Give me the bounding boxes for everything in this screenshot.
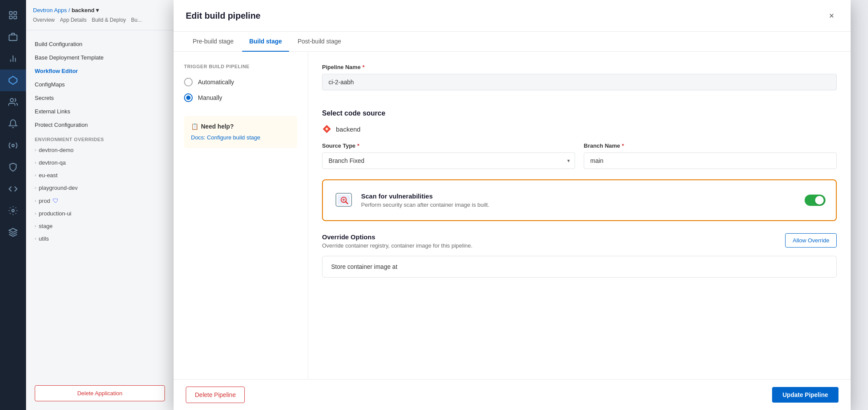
sidebar-icon-global-config[interactable] xyxy=(0,135,26,156)
env-item-utils[interactable]: › utils xyxy=(26,232,174,245)
repo-name-text: backend xyxy=(336,126,361,133)
sidebar-icon-code[interactable] xyxy=(0,178,26,200)
svg-rect-2 xyxy=(10,16,12,19)
chevron-icon: › xyxy=(35,236,36,241)
source-type-select[interactable]: Branch Fixed Branch Regex xyxy=(322,152,575,169)
sidebar-icon-security[interactable] xyxy=(0,156,26,178)
modal-body: TRIGGER BUILD PIPELINE Automatically Man… xyxy=(174,52,851,379)
source-type-field: Source Type * Branch Fixed Branch Regex … xyxy=(322,142,575,169)
svg-point-15 xyxy=(326,128,328,130)
svg-rect-0 xyxy=(10,12,12,14)
sidebar-icon-bulk[interactable] xyxy=(0,91,26,113)
radio-circle-manually[interactable] xyxy=(184,93,193,102)
help-title: 📋 Need help? xyxy=(191,123,290,130)
delete-app-button[interactable]: Delete Application xyxy=(35,385,165,401)
menu-build-configuration[interactable]: Build Configuration xyxy=(26,37,174,51)
repo-icon xyxy=(322,124,332,134)
menu-protect-configuration[interactable]: Protect Configuration xyxy=(26,118,174,132)
tab-post-build-stage[interactable]: Post-build stage xyxy=(291,32,348,52)
allow-override-button[interactable]: Allow Override xyxy=(785,233,837,248)
modal-header: Edit build pipeline × xyxy=(174,0,851,32)
radio-automatically[interactable]: Automatically xyxy=(184,78,297,86)
chevron-icon: › xyxy=(35,160,36,165)
store-container-box: Store container image at xyxy=(322,256,837,278)
branch-name-label: Branch Name * xyxy=(584,142,837,149)
env-overrides-section-label: ENVIRONMENT OVERRIDES xyxy=(26,132,174,144)
pipeline-name-input[interactable] xyxy=(322,74,837,90)
delete-pipeline-button[interactable]: Delete Pipeline xyxy=(186,387,245,403)
menu-secrets[interactable]: Secrets xyxy=(26,91,174,105)
scan-title: Scan for vulnerabilities xyxy=(361,192,798,200)
left-panel: Devtron Apps / backend ▾ Overview App De… xyxy=(26,0,174,410)
sidebar-icon-deploy[interactable] xyxy=(0,69,26,91)
help-link[interactable]: Docs: Configure build stage xyxy=(191,134,260,141)
override-options-header: Override Options Override container regi… xyxy=(322,233,837,249)
required-star-source: * xyxy=(357,142,359,149)
sidebar-icon-jobs[interactable] xyxy=(0,26,26,48)
tab-build-deploy[interactable]: Build & Deploy xyxy=(92,17,126,23)
menu-configmaps[interactable]: ConfigMaps xyxy=(26,78,174,91)
breadcrumb-link[interactable]: Devtron Apps / xyxy=(33,7,70,13)
svg-rect-3 xyxy=(14,16,16,19)
source-type-label: Source Type * xyxy=(322,142,575,149)
tab-build-stage[interactable]: Build stage xyxy=(242,32,289,52)
breadcrumb-current: backend xyxy=(72,7,95,13)
radio-dot-manually xyxy=(186,96,191,100)
modal-tabs: Pre-build stage Build stage Post-build s… xyxy=(174,32,851,52)
help-box: 📋 Need help? Docs: Configure build stage xyxy=(184,116,297,148)
tab-pre-build-stage[interactable]: Pre-build stage xyxy=(186,32,240,52)
env-label: stage xyxy=(39,223,53,229)
chevron-icon: › xyxy=(35,224,36,228)
env-label: production-ui xyxy=(39,210,71,217)
sidebar-icon-notifications[interactable] xyxy=(0,113,26,135)
radio-circle-automatically[interactable] xyxy=(184,78,193,86)
env-item-playground-dev[interactable]: › playground-dev xyxy=(26,182,174,194)
select-code-source-title: Select code source xyxy=(322,109,837,117)
tab-app-details[interactable]: App Details xyxy=(60,17,86,23)
env-item-production-ui[interactable]: › production-ui xyxy=(26,207,174,220)
sidebar-icon-charts[interactable] xyxy=(0,48,26,69)
menu-external-links[interactable]: External Links xyxy=(26,105,174,118)
chevron-icon: › xyxy=(35,148,36,152)
breadcrumb: Devtron Apps / backend ▾ xyxy=(33,7,167,13)
sidebar-icon-settings[interactable] xyxy=(0,200,26,222)
chevron-icon: › xyxy=(35,173,36,178)
branch-name-field: Branch Name * xyxy=(584,142,837,169)
pipeline-name-label: Pipeline Name * xyxy=(322,64,837,70)
left-nav-tabs: Overview App Details Build & Deploy Bu..… xyxy=(33,17,167,23)
branch-name-input[interactable] xyxy=(584,152,837,169)
chevron-icon: › xyxy=(35,185,36,190)
override-description: Override container registry, container i… xyxy=(322,242,473,249)
update-pipeline-button[interactable]: Update Pipeline xyxy=(772,387,838,403)
scan-icon xyxy=(333,189,354,212)
tab-bu[interactable]: Bu... xyxy=(131,17,142,23)
svg-point-10 xyxy=(12,144,14,147)
env-label: playground-dev xyxy=(39,185,78,191)
sidebar-icon-apps[interactable] xyxy=(0,4,26,26)
breadcrumb-dropdown-icon[interactable]: ▾ xyxy=(96,7,99,13)
tab-overview[interactable]: Overview xyxy=(33,17,55,23)
env-item-devtron-qa[interactable]: › devtron-qa xyxy=(26,156,174,169)
menu-base-deployment-template[interactable]: Base Deployment Template xyxy=(26,51,174,64)
env-label: eu-east xyxy=(39,172,57,179)
close-button[interactable]: × xyxy=(825,9,838,23)
menu-workflow-editor[interactable]: Workflow Editor xyxy=(26,64,174,78)
env-item-eu-east[interactable]: › eu-east xyxy=(26,169,174,182)
env-item-prod[interactable]: › prod 🛡 xyxy=(26,194,174,207)
env-item-stage[interactable]: › stage xyxy=(26,220,174,232)
env-label: utils xyxy=(39,235,49,242)
delete-app-area: Delete Application xyxy=(35,385,165,401)
sidebar-icon-stack[interactable] xyxy=(0,222,26,243)
env-label: prod xyxy=(39,198,50,204)
radio-label-manually: Manually xyxy=(198,94,222,101)
toggle-knob xyxy=(815,196,824,205)
svg-marker-8 xyxy=(9,76,17,84)
radio-manually[interactable]: Manually xyxy=(184,93,297,102)
scan-description: Perform security scan after container im… xyxy=(361,202,798,208)
env-item-devtron-demo[interactable]: › devtron-demo xyxy=(26,144,174,156)
svg-marker-12 xyxy=(9,228,17,232)
source-type-select-wrapper: Branch Fixed Branch Regex ▾ xyxy=(322,152,575,169)
prod-shield-icon: 🛡 xyxy=(53,197,59,204)
override-title: Override Options xyxy=(322,233,473,241)
scan-toggle[interactable] xyxy=(805,195,825,206)
